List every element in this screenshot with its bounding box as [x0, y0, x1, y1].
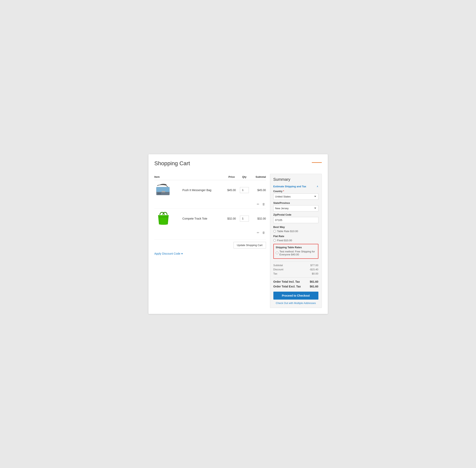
country-field-group: Country * United States [273, 190, 318, 200]
totals-divider [273, 278, 318, 278]
delete-item-2-button[interactable]: 🗑 [262, 231, 266, 235]
summary-panel: Summary Estimate Shipping and Tax ∧ Coun… [270, 174, 322, 308]
state-select[interactable]: New Jersey [273, 205, 318, 211]
shipping-section: Best Way Table Rate $10.00 Flat Rate Fix… [273, 226, 318, 259]
product-qty-2 [238, 208, 251, 229]
delete-item-1-button[interactable]: 🗑 [262, 202, 266, 206]
order-total-incl-label: Order Total Incl. Tax [273, 280, 300, 283]
item-actions-2: ✏ 🗑 [154, 229, 266, 237]
order-total-incl-row: Order Total Incl. Tax $61.60 [273, 280, 318, 283]
zip-field-group: Zip/Postal Code [273, 213, 318, 223]
country-required-indicator: * [283, 190, 284, 193]
update-cart-row: Update Shopping Cart [154, 239, 266, 249]
shipping-group-flat-rate: Flat Rate Fixed $10.00 [273, 235, 318, 242]
col-item: Item [154, 174, 226, 180]
subtotal-value: $77.00 [310, 264, 318, 267]
country-select[interactable]: United States [273, 193, 318, 200]
best-way-radio[interactable] [273, 230, 276, 233]
product-image-1 [154, 182, 172, 198]
qty-input-2[interactable] [240, 216, 249, 221]
table-rates-option: Test method: Free Shipping for Everyone … [276, 250, 316, 256]
order-total-excl-label: Order Total Excl. Tax [273, 285, 301, 288]
product-name-2: Compete Track Tote [180, 217, 225, 220]
order-total-incl-value: $61.60 [310, 280, 318, 283]
table-row: Push It Messenger Bag $45.00 $45.00 [154, 180, 266, 200]
shipping-table-rates-title: Shipping Table Rates [276, 246, 316, 249]
tax-label: Tax [273, 272, 277, 275]
estimate-shipping-header[interactable]: Estimate Shipping and Tax ∧ [273, 185, 318, 188]
product-subtotal-2: $32.00 [251, 208, 266, 229]
discount-label: Discount [273, 268, 284, 271]
col-subtotal: Subtotal [251, 174, 266, 180]
table-rates-radio[interactable] [276, 252, 278, 254]
best-way-label: Table Rate $10.00 [277, 230, 298, 233]
discount-row: Discount -$15.40 [273, 268, 318, 271]
flat-rate-option: Fixed $10.00 [273, 239, 318, 242]
shipping-group-best-way: Best Way Table Rate $10.00 [273, 226, 318, 233]
shipping-table-rates-box: Shipping Table Rates Test method: Free S… [273, 244, 318, 259]
flat-rate-title: Flat Rate [273, 235, 318, 238]
edit-item-2-button[interactable]: ✏ [256, 231, 260, 235]
apply-discount-link[interactable]: Apply Discount Code ▾ [154, 252, 266, 255]
state-field-group: State/Province New Jersey [273, 202, 318, 211]
subtotal-row: Subtotal $77.00 [273, 264, 318, 267]
product-price-1: $45.00 [225, 180, 238, 200]
tax-row: Tax $0.00 [273, 272, 318, 275]
country-label: Country * [273, 190, 318, 193]
col-price: Price [225, 174, 238, 180]
qty-input-1[interactable] [240, 187, 249, 193]
header-decoration [312, 162, 322, 163]
flat-rate-label: Fixed $10.00 [277, 239, 292, 242]
product-image-2 [154, 211, 172, 227]
product-price-2: $32.00 [225, 208, 238, 229]
zip-input[interactable] [273, 217, 318, 223]
update-cart-button[interactable]: Update Shopping Cart [233, 242, 266, 249]
best-way-title: Best Way [273, 226, 318, 229]
multi-address-link[interactable]: Check Out with Multiple Addresses [273, 302, 318, 305]
order-total-excl-value: $61.60 [310, 285, 318, 288]
table-rates-label: Test method: Free Shipping for Everyone … [279, 250, 316, 256]
cart-table: Item Price Qty Subtotal [154, 174, 266, 237]
product-name-1: Push It Messenger Bag [180, 189, 225, 192]
apply-discount-label: Apply Discount Code [154, 252, 181, 255]
flat-rate-radio[interactable] [273, 239, 276, 242]
estimate-chevron-icon: ∧ [317, 185, 318, 188]
tax-value: $0.00 [312, 272, 318, 275]
checkout-button[interactable]: Proceed to Checkout [273, 292, 318, 300]
discount-value: -$15.40 [309, 268, 318, 271]
product-qty-1 [238, 180, 251, 200]
best-way-option: Table Rate $10.00 [273, 230, 318, 233]
cart-section: Item Price Qty Subtotal [154, 174, 266, 255]
table-row: Compete Track Tote $32.00 $32.00 [154, 208, 266, 229]
apply-discount-section: Apply Discount Code ▾ [154, 252, 266, 255]
item-actions-1: ✏ 🗑 [154, 200, 266, 209]
summary-title: Summary [273, 177, 318, 182]
edit-item-1-button[interactable]: ✏ [256, 202, 260, 206]
chevron-down-icon: ▾ [181, 252, 183, 255]
product-subtotal-1: $45.00 [251, 180, 266, 200]
zip-label: Zip/Postal Code [273, 213, 318, 216]
estimate-shipping-label: Estimate Shipping and Tax [273, 185, 306, 188]
page-title: Shopping Cart [154, 160, 190, 167]
col-qty: Qty [238, 174, 251, 180]
svg-rect-3 [157, 193, 161, 194]
svg-rect-2 [162, 191, 165, 192]
state-label: State/Province [273, 202, 318, 205]
order-total-excl-row: Order Total Excl. Tax $61.60 [273, 285, 318, 288]
subtotal-label: Subtotal [273, 264, 283, 267]
